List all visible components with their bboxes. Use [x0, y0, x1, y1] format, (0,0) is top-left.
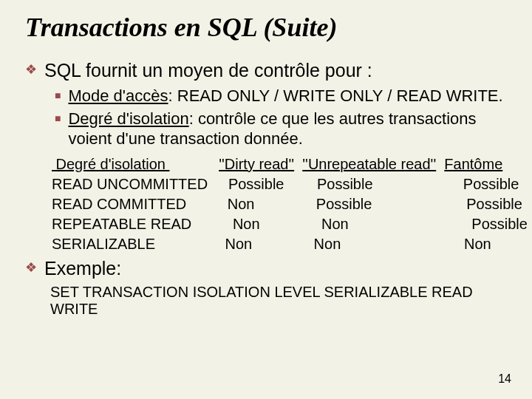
square-bullet-icon: ■: [55, 109, 61, 128]
subbullet-text: Degré d'isolation: contrôle ce que les a…: [68, 109, 511, 149]
slide-title: Transactions en SQL (Suite): [25, 13, 511, 43]
subbullet-text: Mode d'accès: READ ONLY / WRITE ONLY / R…: [68, 86, 502, 106]
subbullet-access-mode: ■ Mode d'accès: READ ONLY / WRITE ONLY /…: [55, 86, 511, 106]
table-row: READ COMMITTED Non Possible Possible: [52, 196, 522, 212]
bullet-text: SQL fournit un moyen de contrôle pour :: [44, 59, 372, 81]
subbullet-isolation-level: ■ Degré d'isolation: contrôle ce que les…: [55, 109, 511, 149]
col-header-unrepeatable: ''Unrepeatable read'': [302, 156, 436, 172]
col-header-dirty: ''Dirty read'': [219, 156, 294, 172]
table-row: REPEATABLE READ Non Non Possible: [52, 216, 528, 232]
label-underlined: Degré d'isolation: [68, 109, 188, 128]
bullet-example: ❖ Exemple:: [25, 257, 511, 279]
col-header-level: Degré d'isolation: [52, 156, 169, 172]
isolation-table: Degré d'isolation ''Dirty read'' ''Unrep…: [52, 154, 511, 254]
example-code: SET TRANSACTION ISOLATION LEVEL SERIALIZ…: [50, 284, 511, 318]
bullet-text: Exemple:: [44, 257, 121, 279]
bullet-sql-control: ❖ SQL fournit un moyen de contrôle pour …: [25, 59, 511, 81]
page-number: 14: [498, 372, 511, 386]
diamond-bullet-icon: ❖: [25, 59, 37, 80]
diamond-bullet-icon: ❖: [25, 257, 37, 278]
table-row: READ UNCOMMITTED Possible Possible Possi…: [52, 176, 519, 192]
slide: Transactions en SQL (Suite) ❖ SQL fourni…: [0, 0, 532, 399]
col-header-phantom: Fantôme: [444, 156, 502, 172]
square-bullet-icon: ■: [55, 86, 61, 105]
label-underlined: Mode d'accès: [68, 86, 168, 105]
table-row: SERIALIZABLE Non Non Non: [52, 236, 491, 252]
label-rest: : READ ONLY / WRITE ONLY / READ WRITE.: [168, 86, 503, 105]
